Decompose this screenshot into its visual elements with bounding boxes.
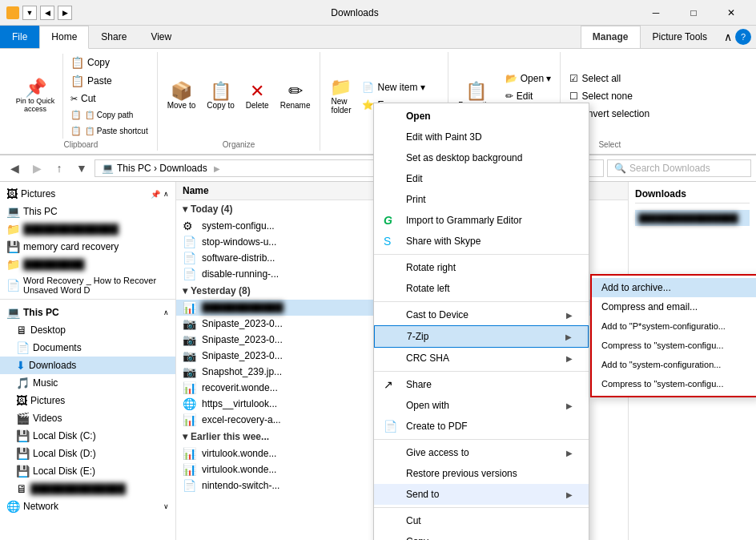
ctx-7zip[interactable]: 7-Zip ▶ — [374, 325, 589, 348]
search-icon: 🔍 — [614, 163, 626, 174]
submenu-add-archive[interactable]: Add to archive... — [592, 278, 756, 297]
submenu-compress-system-config[interactable]: Compress to "system-configu... — [592, 336, 756, 355]
copy-path-button[interactable]: 📋 📋 Copy path — [66, 107, 152, 123]
delete-button[interactable]: ✕ Delete — [241, 79, 274, 113]
forward-button[interactable]: ▶ — [27, 159, 46, 178]
ctx-cut[interactable]: Cut — [374, 510, 589, 531]
ctx-open[interactable]: Open — [374, 106, 589, 127]
tab-share[interactable]: Share — [89, 26, 139, 48]
select-none-button[interactable]: ☐ Select none — [565, 88, 653, 104]
sidebar-item-blurred3[interactable]: 🖥 ██████████████ — [0, 480, 175, 498]
ctx-edit[interactable]: Edit — [374, 168, 589, 189]
submenu-add-system-config[interactable]: Add to "P*system-configuratio... — [592, 316, 756, 336]
help-button[interactable]: ? — [735, 29, 751, 45]
sidebar-item-this-pc-quick[interactable]: 💻 This PC — [0, 203, 175, 220]
quick-access-btn[interactable]: ▼ — [22, 6, 37, 20]
move-to-button[interactable]: 📦 Move to — [163, 79, 201, 113]
tab-home[interactable]: Home — [39, 26, 89, 49]
minimize-button[interactable]: ─ — [637, 0, 674, 26]
sidebar-item-blurred1[interactable]: 📁 ██████████████ — [0, 220, 175, 238]
sidebar-item-pictures-quick[interactable]: 🖼 Pictures 📌 ∧ — [0, 185, 175, 203]
sidebar-item-memory-card[interactable]: 💾 memory card recovery — [0, 238, 175, 256]
right-panel-selected-name: ████████████████ — [638, 213, 746, 223]
ctx-share[interactable]: ↗ Share — [374, 374, 589, 395]
sidebar-item-network[interactable]: 🌐 Network ∨ — [0, 498, 175, 515]
paste-button[interactable]: 📋 Paste — [66, 72, 152, 90]
forward-btn[interactable]: ▶ — [58, 6, 72, 20]
edit-button[interactable]: ✏ Edit — [501, 88, 556, 104]
new-item-button[interactable]: 📄 New item ▾ — [358, 79, 443, 95]
move-icon: 📦 — [171, 83, 192, 100]
sidebar-item-documents[interactable]: 📄 Documents — [0, 339, 175, 357]
tab-file[interactable]: File — [0, 26, 39, 48]
select-all-button[interactable]: ☑ Select all — [565, 71, 653, 87]
folder-icon — [6, 6, 19, 19]
ctx-edit-paint[interactable]: Edit with Paint 3D — [374, 127, 589, 147]
documents-icon: 📄 — [16, 341, 30, 354]
sidebar-item-blurred2[interactable]: 📁 █████████ — [0, 256, 175, 273]
giveaccess-arrow-icon: ▶ — [566, 449, 573, 457]
clipboard-content: 📌 Pin to Quick access 📋 Copy 📋 Paste ✂ C… — [10, 54, 152, 139]
sidebar-item-music[interactable]: 🎵 Music — [0, 374, 175, 392]
memory-card-icon: 💾 — [6, 240, 20, 253]
grammarly-icon: G — [384, 214, 392, 227]
ctx-send-to[interactable]: Send to ▶ — [374, 484, 589, 505]
up-button[interactable]: ↑ — [50, 159, 69, 178]
sidebar-item-local-d[interactable]: 💾 Local Disk (D:) — [0, 445, 175, 462]
7zip-arrow-icon: ▶ — [565, 332, 572, 341]
recent-button[interactable]: ▼ — [72, 159, 91, 178]
organize-content: 📦 Move to 📋 Copy to ✕ Delete ✏ Rename — [163, 54, 316, 139]
submenu-add-system-config2[interactable]: Add to "system-configuration... — [592, 355, 756, 374]
paste-shortcut-button[interactable]: 📋 📋 Paste shortcut — [66, 123, 152, 139]
select-none-icon: ☐ — [569, 91, 578, 102]
ctx-create-pdf[interactable]: 📄 Create to PDF — [374, 416, 589, 437]
sidebar-item-videos[interactable]: 🎬 Videos — [0, 409, 175, 427]
close-button[interactable]: ✕ — [713, 0, 750, 26]
search-box[interactable]: 🔍 Search Downloads — [607, 159, 751, 177]
sidebar-item-desktop[interactable]: 🖥 Desktop — [0, 321, 175, 339]
submenu-compress-system-config2[interactable]: Compress to "system-configu... — [592, 374, 756, 393]
ctx-copy[interactable]: Copy — [374, 531, 589, 540]
ctx-crc-sha[interactable]: CRC SHA ▶ — [374, 348, 589, 369]
select-all-icon: ☑ — [569, 73, 578, 84]
new-folder-button[interactable]: 📁 Newfolder — [325, 75, 356, 118]
ctx-open-with[interactable]: Open with ▶ — [374, 395, 589, 416]
network-icon: 🌐 — [6, 500, 20, 513]
back-button[interactable]: ◀ — [5, 159, 24, 178]
pin-indicator: 📌 — [151, 190, 160, 199]
ctx-desktop-bg[interactable]: Set as desktop background — [374, 147, 589, 168]
ctx-grammarly[interactable]: G Import to Grammarly Editor — [374, 210, 589, 231]
ctx-rotate-left[interactable]: Rotate left — [374, 278, 589, 299]
back-btn[interactable]: ◀ — [40, 6, 54, 20]
ribbon-group-clipboard: 📌 Pin to Quick access 📋 Copy 📋 Paste ✂ C… — [5, 52, 158, 151]
pin-quick-access-button[interactable]: 📌 Pin to Quick access — [10, 76, 61, 117]
cut-button[interactable]: ✂ Cut — [66, 91, 152, 107]
ctx-print[interactable]: Print — [374, 189, 589, 210]
sidebar-item-local-c[interactable]: 💾 Local Disk (C:) — [0, 427, 175, 445]
sidebar-item-pictures[interactable]: 🖼 Pictures — [0, 392, 175, 409]
tab-picture-tools[interactable]: Picture Tools — [641, 26, 719, 48]
sendto-arrow-icon: ▶ — [566, 490, 573, 499]
ctx-restore-versions[interactable]: Restore previous versions — [374, 463, 589, 484]
sidebar-item-downloads[interactable]: ⬇ Downloads — [0, 357, 175, 374]
tab-view[interactable]: View — [139, 26, 183, 48]
submenu-compress-email[interactable]: Compress and email... — [592, 297, 756, 316]
ribbon-collapse-btn[interactable]: ∧ — [724, 30, 732, 43]
rename-button[interactable]: ✏ Rename — [275, 79, 316, 113]
ctx-rotate-right[interactable]: Rotate right — [374, 257, 589, 278]
refresh-icon: ▶ — [214, 164, 220, 173]
delete-icon: ✕ — [250, 83, 264, 100]
sidebar-item-local-e[interactable]: 💾 Local Disk (E:) — [0, 462, 175, 480]
sidebar-item-this-pc[interactable]: 💻 This PC ∧ — [0, 304, 175, 321]
ctx-skype[interactable]: S Share with Skype — [374, 231, 589, 252]
open-button[interactable]: 📂 Open ▾ — [501, 71, 556, 87]
snipaste3-icon: 📷 — [183, 349, 197, 362]
copy-to-button[interactable]: 📋 Copy to — [202, 79, 239, 113]
virtulook-web-icon: 🌐 — [183, 397, 197, 410]
ctx-cast[interactable]: Cast to Device ▶ — [374, 304, 589, 325]
sidebar-item-word-recovery[interactable]: 📄 Word Recovery _ How to Recover Unsaved… — [0, 273, 175, 297]
ctx-give-access[interactable]: Give access to ▶ — [374, 442, 589, 463]
copy-button[interactable]: 📋 Copy — [66, 54, 152, 71]
tab-manage[interactable]: Manage — [581, 26, 641, 48]
maximize-button[interactable]: □ — [675, 0, 712, 26]
